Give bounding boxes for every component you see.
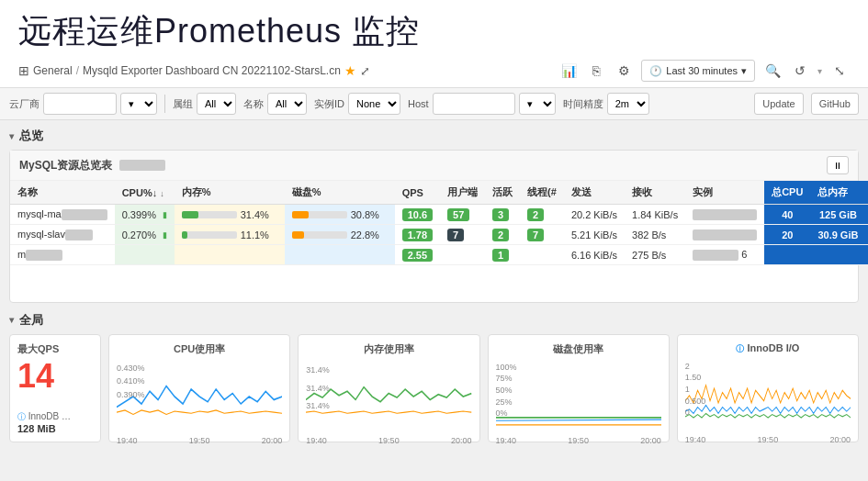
star-icon[interactable]: ★ bbox=[344, 63, 356, 78]
cell-mem: 11.1% bbox=[175, 225, 285, 245]
top-right-icons: 📊 ⎘ ⚙ 🕐 Last 30 minutes ▾ 🔍 ↺ ▾ ⤡ bbox=[558, 60, 850, 82]
disk-chart-title: 磁盘使用率 bbox=[496, 342, 661, 356]
cpu-x-labels: 19:40 19:50 20:00 bbox=[117, 436, 282, 447]
divider-1 bbox=[164, 95, 165, 113]
overview-label: 总览 bbox=[19, 128, 43, 144]
cell-instance bbox=[685, 205, 764, 225]
host-select[interactable]: ▾ bbox=[519, 93, 556, 115]
name-select[interactable]: All bbox=[267, 93, 307, 115]
gear-icon[interactable]: ⚙ bbox=[614, 61, 634, 81]
time-range-btn[interactable]: 🕐 Last 30 minutes ▾ bbox=[641, 60, 755, 82]
breadcrumb-dashboard[interactable]: Mysqld Exporter Dashboard CN 20221102-St… bbox=[83, 64, 341, 77]
cell-name: m bbox=[10, 245, 115, 265]
main-content: ▾ 总览 MySQL资源总览表 ⏸ 名称 CPU%↓ ↓ 内存% 磁盘% QPS… bbox=[0, 120, 868, 450]
table-row: mysql-slav 0.270% ▮ 11.1% bbox=[10, 225, 868, 245]
innodb-x-labels: 19:40 19:50 20:00 bbox=[685, 435, 851, 444]
time-precision-label: 时间精度 bbox=[563, 97, 603, 111]
global-section-header[interactable]: ▾ 全局 bbox=[9, 312, 859, 329]
col-cpu[interactable]: CPU%↓ ↓ bbox=[115, 181, 175, 205]
time-precision-item: 时间精度 2m bbox=[563, 93, 649, 115]
time-precision-select[interactable]: 2m bbox=[607, 93, 649, 115]
cloud-label: 云厂商 bbox=[9, 97, 39, 111]
clock-icon: 🕐 bbox=[649, 65, 662, 77]
disk-x-labels: 19:40 19:50 20:00 bbox=[496, 436, 661, 445]
breadcrumb-general[interactable]: General bbox=[33, 64, 73, 77]
breadcrumb-icon: ⊞ bbox=[18, 63, 29, 78]
cell-active: 2 bbox=[485, 225, 520, 245]
max-qps-title: 最大QPS bbox=[17, 342, 93, 356]
name-item: 名称 All bbox=[243, 93, 307, 115]
expand-icon[interactable]: ⤡ bbox=[829, 61, 850, 81]
chevron-down-icon: ▾ bbox=[741, 65, 747, 77]
info-icon-2: ⓘ bbox=[736, 344, 744, 353]
col-active: 活跃 bbox=[485, 181, 520, 205]
max-qps-value: 14 bbox=[17, 360, 93, 393]
col-total-cpu: 总CPU bbox=[764, 181, 810, 205]
cell-mem: 31.4% bbox=[175, 205, 285, 225]
mem-chart-svg bbox=[306, 360, 471, 433]
cell-name: mysql-ma bbox=[10, 205, 115, 225]
cell-total-mem: 30.9 GiB bbox=[810, 225, 865, 245]
col-total-mem: 总内存 bbox=[810, 181, 865, 205]
col-threads: 线程(# bbox=[520, 181, 564, 205]
cell-instance: 6 bbox=[685, 245, 764, 265]
cell-active: 3 bbox=[485, 205, 520, 225]
col-disk: 磁盘% bbox=[285, 181, 395, 205]
mysql-overview-table-card: MySQL资源总览表 ⏸ 名称 CPU%↓ ↓ 内存% 磁盘% QPS 用户端 … bbox=[9, 150, 859, 303]
innodb-label: ⓘ InnoDB … bbox=[17, 411, 93, 423]
mysql-overview-table: 名称 CPU%↓ ↓ 内存% 磁盘% QPS 用户端 活跃 线程(# 发送 接收… bbox=[10, 181, 868, 302]
table-controls: ⏸ bbox=[827, 156, 849, 174]
copy-icon[interactable]: ⎘ bbox=[586, 61, 606, 81]
table-row: mysql-ma 0.399% ▮ 31.4% bbox=[10, 205, 868, 225]
cell-send: 20.2 KiB/s bbox=[564, 205, 625, 225]
cpu-y-labels: 0.430% 0.410% 0.390% bbox=[117, 362, 145, 401]
cell-recv: 1.84 KiB/s bbox=[625, 205, 685, 225]
overview-section-header[interactable]: ▾ 总览 bbox=[9, 128, 859, 144]
breadcrumb-row: ⊞ General / Mysqld Exporter Dashboard CN… bbox=[18, 60, 850, 82]
col-mem: 内存% bbox=[175, 181, 285, 205]
cell-cpu: 0.270% ▮ bbox=[115, 225, 175, 245]
zoom-icon[interactable]: 🔍 bbox=[762, 61, 783, 81]
host-label: Host bbox=[408, 98, 429, 109]
mem-chart-card: 内存使用率 19:40 19:50 20:00 31.4% 31.4% 31.4… bbox=[298, 334, 479, 442]
empty-row bbox=[10, 284, 868, 302]
mem-y-labels: 31.4% 31.4% 31.4% bbox=[306, 362, 330, 416]
cell-name: mysql-slav bbox=[10, 225, 115, 245]
pause-btn[interactable]: ⏸ bbox=[827, 156, 849, 174]
breadcrumb: ⊞ General / Mysqld Exporter Dashboard CN… bbox=[18, 63, 370, 78]
name-label: 名称 bbox=[243, 97, 264, 111]
group-item: 属组 All bbox=[173, 93, 236, 115]
cell-total-cpu bbox=[764, 245, 810, 265]
innodb-chart: 19:40 19:50 20:00 2 1.50 1 0.500 0 bbox=[685, 359, 851, 432]
bar-chart-icon[interactable]: 📊 bbox=[558, 61, 579, 81]
table-title-bar: MySQL资源总览表 ⏸ bbox=[10, 151, 858, 181]
host-input[interactable] bbox=[433, 93, 515, 115]
update-button[interactable]: Update bbox=[754, 93, 803, 115]
col-send: 发送 bbox=[564, 181, 625, 205]
cell-users: 7 bbox=[440, 225, 485, 245]
innodb-chart-card: ⓘ InnoDB I/O 19:40 19:50 20:00 2 1.50 bbox=[677, 334, 859, 442]
cell-threads: 2 bbox=[520, 205, 564, 225]
share-icon[interactable]: ⤢ bbox=[360, 64, 370, 78]
refresh-icon[interactable]: ↺ bbox=[790, 61, 810, 81]
empty-row bbox=[10, 265, 868, 284]
collapse-icon: ▾ bbox=[9, 131, 14, 141]
cell-total-mem bbox=[810, 245, 865, 265]
disk-chart-card: 磁盘使用率 19:40 19:50 20:00 100% 75% 50% bbox=[488, 334, 670, 442]
bottom-section: 最大QPS 14 ⓘ InnoDB … 128 MiB CPU使用率 bbox=[9, 334, 859, 442]
cpu-chart-card: CPU使用率 19:40 19:50 20:00 0.430% 0.410% 0… bbox=[108, 334, 290, 442]
time-range-label: Last 30 minutes bbox=[666, 65, 738, 76]
cell-total-cpu: 40 bbox=[764, 205, 810, 225]
cell-users bbox=[440, 245, 485, 265]
cell-active: 1 bbox=[485, 245, 520, 265]
innodb-value: 128 MiB bbox=[17, 423, 93, 434]
cloud-input[interactable] bbox=[43, 93, 117, 115]
group-label: 属组 bbox=[173, 97, 193, 111]
cell-recv: 275 B/s bbox=[625, 245, 685, 265]
cloud-select[interactable]: ▾ bbox=[120, 93, 157, 115]
group-select[interactable]: All bbox=[197, 93, 236, 115]
table-row: m 2.55 1 6.16 KiB/s 275 B/s 6 bbox=[10, 245, 868, 265]
instance-select[interactable]: None bbox=[348, 93, 400, 115]
github-button[interactable]: GitHub bbox=[811, 93, 859, 115]
collapse-icon-global: ▾ bbox=[9, 315, 14, 325]
